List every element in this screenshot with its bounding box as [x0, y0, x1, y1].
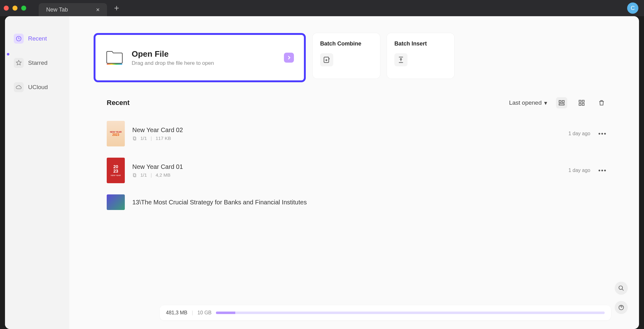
open-file-text: Open File Drag and drop the file here to… [132, 49, 276, 66]
storage-bar: 481,3 MB | 10 GB [160, 305, 611, 320]
storage-used: 481,3 MB [166, 310, 187, 316]
file-thumbnail: NEW YEAR 2023 [107, 121, 125, 146]
combine-icon [320, 53, 333, 66]
top-action-cards: Open File Drag and drop the file here to… [94, 33, 620, 82]
grid-view-button[interactable] [576, 97, 587, 108]
file-info: New Year Card 01 1/1 | 4,2 MB [132, 163, 545, 178]
storage-progress-track [216, 312, 605, 314]
storage-progress-fill [216, 312, 235, 314]
open-file-title: Open File [132, 49, 276, 59]
file-list: NEW YEAR 2023 New Year Card 02 1/1 | 117… [94, 121, 620, 210]
svg-rect-9 [582, 103, 584, 105]
window-titlebar: New Tab × + C [0, 0, 644, 16]
open-file-card[interactable]: Open File Drag and drop the file here to… [94, 33, 306, 82]
sidebar-item-starred[interactable]: Starred [11, 55, 64, 70]
card-title: Batch Insert [394, 41, 447, 47]
svg-rect-4 [562, 101, 564, 103]
svg-rect-1 [107, 64, 122, 65]
svg-rect-5 [559, 104, 564, 105]
section-controls: Last opened ▾ [509, 97, 620, 108]
maximize-window-button[interactable] [21, 6, 26, 11]
file-more-button[interactable]: ••• [598, 167, 607, 174]
avatar-initial: C [631, 5, 635, 12]
delete-button[interactable] [596, 97, 607, 108]
meta-separator: | [151, 172, 152, 178]
file-row[interactable]: 2023 NEW YEAR New Year Card 01 1/1 | 4,2… [107, 158, 607, 183]
sidebar-item-label: Recent [28, 35, 47, 42]
batch-combine-card[interactable]: Batch Combine [313, 33, 380, 79]
svg-rect-3 [559, 101, 561, 103]
cloud-icon [14, 82, 24, 92]
storage-total: 10 GB [198, 310, 212, 316]
file-meta: 1/1 | 117 KB [132, 136, 545, 141]
file-meta: 1/1 | 4,2 MB [132, 172, 545, 178]
file-pages: 1/1 [140, 136, 147, 141]
folder-open-icon [105, 50, 124, 65]
close-tab-button[interactable]: × [96, 6, 100, 13]
open-file-subtitle: Drag and drop the file here to open [132, 60, 276, 66]
file-pages: 1/1 [140, 172, 147, 178]
file-time: 1 day ago [553, 168, 590, 173]
close-window-button[interactable] [4, 6, 9, 11]
file-name: New Year Card 02 [132, 126, 545, 134]
sidebar: Recent Starred UCloud [5, 16, 69, 329]
sidebar-item-label: Starred [28, 60, 47, 66]
file-size: 4,2 MB [156, 172, 171, 178]
help-button[interactable] [615, 301, 628, 314]
sidebar-item-recent[interactable]: Recent [11, 31, 64, 46]
file-size: 117 KB [156, 136, 171, 141]
file-thumbnail: 2023 NEW YEAR [107, 158, 125, 183]
tab-new-tab[interactable]: New Tab × [39, 3, 107, 16]
svg-point-14 [619, 286, 623, 290]
sidebar-active-dot [7, 53, 9, 55]
batch-insert-card[interactable]: Batch Insert [387, 33, 454, 79]
pages-icon [132, 136, 137, 141]
chevron-down-icon: ▾ [544, 99, 547, 107]
file-row[interactable]: 13\The Most Crucial Strategy for Banks a… [107, 194, 607, 210]
section-title: Recent [94, 99, 129, 107]
file-row[interactable]: NEW YEAR 2023 New Year Card 02 1/1 | 117… [107, 121, 607, 146]
section-header: Recent Last opened ▾ [94, 97, 620, 108]
svg-rect-8 [579, 103, 581, 105]
list-view-button[interactable] [556, 97, 567, 108]
app-body: Recent Starred UCloud Open File Drag an [5, 16, 639, 329]
file-name: New Year Card 01 [132, 163, 545, 170]
file-time: 1 day ago [553, 131, 590, 136]
minimize-window-button[interactable] [12, 6, 17, 11]
meta-separator: | [151, 136, 152, 141]
clock-icon [14, 34, 24, 44]
file-info: New Year Card 02 1/1 | 117 KB [132, 126, 545, 141]
file-more-button[interactable]: ••• [598, 130, 607, 137]
insert-icon [394, 53, 407, 66]
avatar[interactable]: C [627, 2, 638, 14]
file-name: 13\The Most Crucial Strategy for Banks a… [132, 199, 607, 206]
traffic-lights [4, 6, 26, 11]
open-file-arrow-button[interactable] [284, 53, 294, 63]
sidebar-item-ucloud[interactable]: UCloud [11, 80, 64, 95]
main-content: Open File Drag and drop the file here to… [69, 16, 639, 329]
svg-rect-7 [582, 100, 584, 102]
file-info: 13\The Most Crucial Strategy for Banks a… [132, 199, 607, 206]
pages-icon [132, 173, 137, 177]
new-tab-button[interactable]: + [114, 3, 119, 13]
search-button[interactable] [615, 282, 628, 295]
file-thumbnail [107, 194, 125, 210]
sort-label: Last opened [509, 99, 542, 106]
card-title: Batch Combine [320, 41, 373, 47]
sort-dropdown[interactable]: Last opened ▾ [509, 99, 547, 107]
svg-rect-6 [579, 100, 581, 102]
storage-separator: | [192, 310, 193, 316]
tab-title: New Tab [46, 7, 68, 13]
star-icon [14, 58, 24, 68]
sidebar-item-label: UCloud [28, 84, 48, 91]
